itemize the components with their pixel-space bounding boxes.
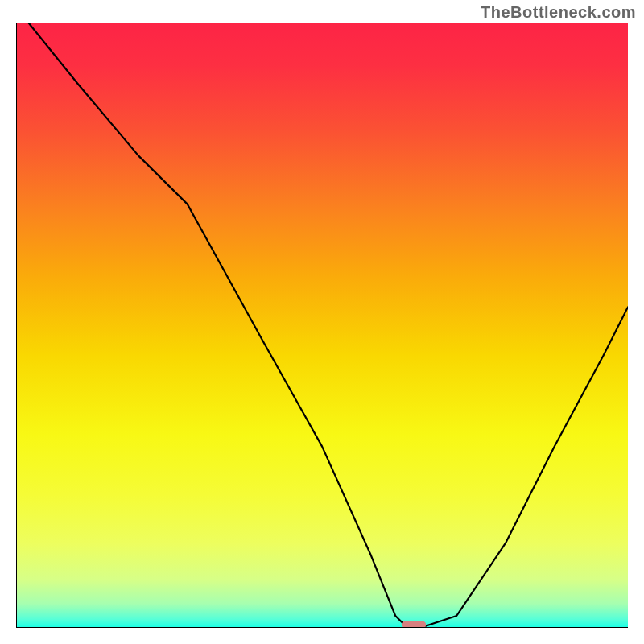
gradient-background xyxy=(16,23,628,628)
plot-area xyxy=(16,23,628,628)
optimal-marker xyxy=(402,621,426,628)
watermark-text: TheBottleneck.com xyxy=(481,3,636,22)
chart-svg xyxy=(16,23,628,628)
chart-container: TheBottleneck.com xyxy=(0,0,644,644)
